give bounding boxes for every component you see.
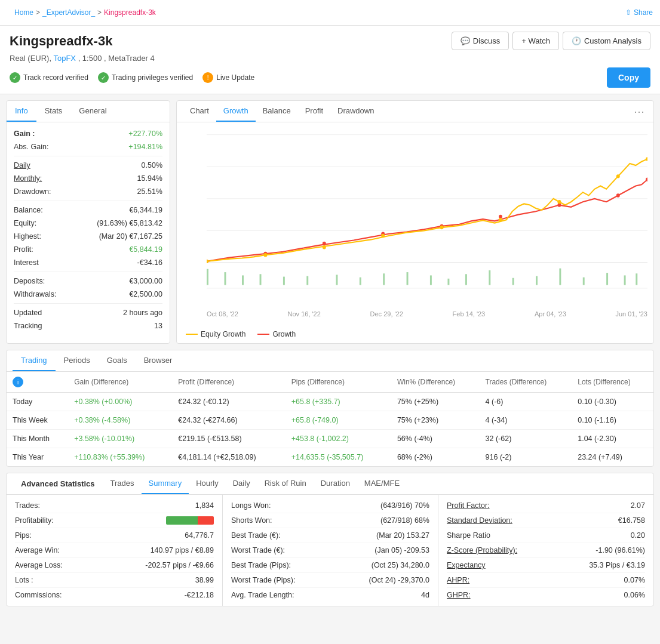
copy-button[interactable]: Copy — [607, 67, 650, 88]
gain-cell: +3.58% (-10.01%) — [68, 430, 172, 448]
broker-link[interactable]: TopFX — [53, 54, 76, 63]
pips-cell: +65.8 (+335.7) — [286, 393, 391, 411]
gain-cell: +0.38% (-4.58%) — [68, 411, 172, 430]
adv-value: 1,834 — [195, 501, 214, 510]
chart-options-menu[interactable]: ⋯ — [631, 102, 647, 121]
daily-label[interactable]: Daily — [14, 161, 30, 170]
adv-label: Best Trade (Pips): — [231, 561, 291, 569]
svg-point-43 — [323, 245, 326, 249]
adv-value: (643/916) 70% — [380, 501, 429, 510]
adv-value: 0.07% — [624, 576, 645, 584]
adv-value: (Oct 25) 34,280.0 — [372, 561, 429, 569]
table-row: Today +0.38% (+0.00%) €24.32 (-€0.12) +6… — [7, 393, 653, 411]
info-icon[interactable]: i — [13, 377, 23, 387]
svg-rect-17 — [336, 275, 337, 285]
svg-rect-16 — [306, 276, 308, 285]
adv-tab-daily[interactable]: Daily — [226, 473, 257, 494]
svg-rect-29 — [606, 273, 608, 285]
share-button[interactable]: ⇧ Share — [625, 8, 653, 17]
adv-label[interactable]: GHPR: — [447, 591, 471, 599]
equity-label: Equity: — [14, 219, 36, 227]
legend-growth: Growth — [272, 330, 296, 338]
adv-stat-row: Average Loss: -202.57 pips / -€9.66 — [15, 558, 214, 573]
adv-tab-duration[interactable]: Duration — [314, 473, 357, 494]
adv-tab-trades[interactable]: Trades — [103, 473, 142, 494]
tab-general[interactable]: General — [70, 101, 115, 122]
adv-value: 4d — [421, 591, 429, 599]
win-cell: 75% (+23%) — [391, 411, 480, 430]
adv-tab-risk[interactable]: Risk of Ruin — [257, 473, 314, 494]
adv-stat-row: Best Trade (Pips): (Oct 25) 34,280.0 — [231, 558, 429, 573]
abs-gain-value: +194.81% — [128, 143, 162, 151]
chart-tab-balance[interactable]: Balance — [256, 101, 298, 122]
page-title: Kingspreadfx-3k — [10, 33, 112, 49]
trading-privileges-icon: ✓ — [98, 72, 109, 83]
adv-col-2: Longs Won: (643/916) 70% Shorts Won: (62… — [222, 495, 438, 606]
chart-area: 240% 160% 80% 0% -80% — [177, 122, 653, 325]
trading-tab-trading[interactable]: Trading — [13, 350, 56, 371]
x-label-3: Dec 29, '22 — [370, 310, 403, 318]
adv-value: €16.758 — [618, 516, 645, 525]
adv-label: Best Trade (€): — [231, 531, 281, 540]
adv-value: 0.06% — [624, 591, 645, 599]
svg-rect-12 — [225, 272, 226, 285]
monthly-label[interactable]: Monthly: — [14, 174, 42, 183]
adv-col-3: Profit Factor: 2.07 Standard Deviation: … — [438, 495, 653, 606]
adv-label: Profitability: — [15, 516, 54, 525]
col-info: i — [7, 372, 68, 393]
adv-stat-row: Commissions: -€212.18 — [15, 588, 214, 602]
adv-label[interactable]: Expectancy — [447, 561, 486, 569]
adv-label[interactable]: Profit Factor: — [447, 501, 490, 510]
svg-rect-22 — [447, 279, 449, 285]
adv-label: Worst Trade (€): — [231, 546, 285, 554]
breadcrumb-expert[interactable]: _ExpertAdvisor_ — [42, 8, 95, 17]
chart-tab-profit[interactable]: Profit — [298, 101, 330, 122]
svg-rect-30 — [624, 275, 626, 285]
adv-value: (Oct 24) -29,370.0 — [369, 576, 429, 584]
col-win: Win% (Difference) — [391, 372, 480, 393]
chart-tab-chart[interactable]: Chart — [183, 101, 216, 122]
adv-value: 64,776.7 — [185, 531, 214, 540]
adv-stat-row: Worst Trade (€): (Jan 05) -209.53 — [231, 543, 429, 558]
adv-label[interactable]: Standard Deviation: — [447, 516, 512, 525]
adv-label: Avg. Trade Length: — [231, 591, 294, 599]
tab-info[interactable]: Info — [7, 101, 36, 122]
chart-tab-drawdown[interactable]: Drawdown — [330, 101, 381, 122]
table-row: This Week +0.38% (-4.58%) €24.32 (-€274.… — [7, 411, 653, 430]
adv-label[interactable]: Z-Score (Probability): — [447, 546, 517, 554]
custom-analysis-button[interactable]: 🕐 Custom Analysis — [563, 32, 650, 50]
adv-tab-hourly[interactable]: Hourly — [189, 473, 226, 494]
adv-tab-summary[interactable]: Summary — [142, 473, 189, 494]
abs-gain-label: Abs. Gain: — [14, 143, 48, 151]
gain-cell: +110.83% (+55.39%) — [68, 448, 172, 467]
adv-value: (Mar 20) 153.27 — [376, 531, 429, 540]
adv-label: Worst Trade (Pips): — [231, 576, 295, 584]
svg-point-39 — [616, 193, 620, 197]
adv-label[interactable]: AHPR: — [447, 576, 469, 584]
trading-tab-browser[interactable]: Browser — [136, 350, 181, 371]
chart-tab-growth[interactable]: Growth — [216, 101, 256, 122]
deposits-value: €3,000.00 — [129, 277, 162, 285]
adv-label: Shorts Won: — [231, 516, 272, 525]
tab-stats[interactable]: Stats — [36, 101, 71, 122]
col-lots: Lots (Difference) — [572, 372, 653, 393]
adv-label: Commissions: — [15, 591, 62, 599]
trading-tab-periods[interactable]: Periods — [56, 350, 99, 371]
adv-stat-row: Average Win: 140.97 pips / €8.89 — [15, 543, 214, 558]
profit-red-bar — [198, 516, 214, 525]
col-gain: Gain (Difference) — [68, 372, 172, 393]
svg-point-46 — [499, 218, 502, 221]
trading-tab-goals[interactable]: Goals — [99, 350, 136, 371]
trades-cell: 916 (-2) — [480, 448, 572, 467]
adv-label: Longs Won: — [231, 501, 271, 510]
breadcrumb: Home > _ExpertAdvisor_ > Kingspreadfx-3k — [7, 4, 163, 21]
withdrawals-label: Withdrawals: — [14, 290, 57, 298]
watch-button[interactable]: + Watch — [512, 32, 559, 50]
period-cell: Today — [7, 393, 68, 411]
breadcrumb-home[interactable]: Home — [14, 8, 33, 17]
profit-cell: €219.15 (-€513.58) — [172, 430, 285, 448]
adv-tab-mae[interactable]: MAE/MFE — [357, 473, 407, 494]
adv-stat-row: Sharpe Ratio 0.20 — [447, 528, 645, 543]
svg-rect-31 — [636, 273, 637, 285]
discuss-button[interactable]: 💬 Discuss — [452, 32, 509, 50]
